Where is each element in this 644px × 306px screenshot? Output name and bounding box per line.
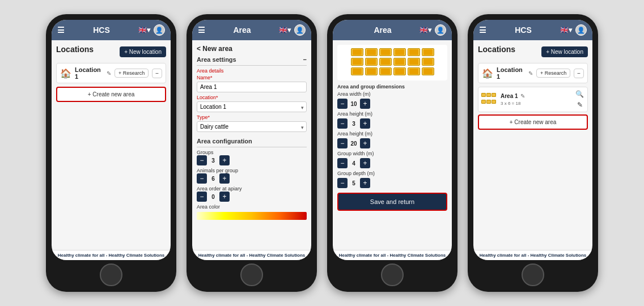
group-width-plus[interactable]: + [360, 158, 370, 168]
home-button-2[interactable] [240, 264, 263, 286]
groups-stepper: − 3 + [197, 155, 307, 165]
area-height2-plus[interactable]: + [360, 138, 370, 148]
grid-cell [351, 67, 363, 75]
user-icon[interactable]: 👤 [154, 24, 165, 36]
order-plus[interactable]: + [219, 192, 230, 202]
groups-value: 3 [209, 158, 217, 164]
top-bar-right: 🇬🇧▾ 👤 [138, 24, 165, 36]
type-select[interactable]: Dairy cattle [197, 121, 307, 132]
area-edit-button[interactable]: ✎ [575, 100, 584, 109]
name-input[interactable] [197, 82, 307, 92]
grid-cell [408, 67, 420, 75]
app-title-3: Area [374, 26, 391, 35]
top-bar-4: ☰ HCS 🇬🇧▾ 👤 [473, 20, 592, 40]
groups-plus[interactable]: + [219, 155, 230, 165]
grid-cell [365, 48, 378, 56]
footer-2: Healthy climate for all - Healthy Climat… [192, 250, 311, 260]
area-sub-info: 3 x 6 = 18 [501, 101, 520, 106]
screen-4: ☰ HCS 🇬🇧▾ 👤 Locations + New location 🏠 L… [473, 20, 592, 260]
group-depth-ctrl: − 5 + [337, 178, 370, 188]
animals-value: 6 [209, 176, 217, 182]
grid-cell [379, 48, 392, 56]
location-select[interactable]: Location 1 [197, 101, 307, 112]
group-depth-minus[interactable]: − [337, 178, 348, 188]
area-width-plus[interactable]: + [360, 99, 370, 109]
grid-cell [393, 58, 406, 66]
group-depth-plus[interactable]: + [360, 178, 370, 188]
area-width-minus[interactable]: − [337, 99, 348, 109]
user-icon-3[interactable]: 👤 [435, 24, 446, 36]
area-edit-icon[interactable]: ✎ [520, 93, 525, 99]
menu-icon-4[interactable]: ☰ [479, 26, 486, 35]
screen-1: ☰ HCS 🇬🇧▾ 👤 Locations + New location 🏠 L… [52, 20, 171, 260]
phone-1: ☰ HCS 🇬🇧▾ 👤 Locations + New location 🏠 L… [46, 14, 176, 292]
page-title: Locations [56, 45, 94, 54]
group-width-minus[interactable]: − [337, 158, 348, 168]
new-location-button-4[interactable]: + New location [541, 46, 588, 57]
area-info: Area 1 ✎ 3 x 6 = 18 [501, 93, 573, 106]
user-icon-2[interactable]: 👤 [294, 24, 306, 36]
back-button[interactable]: < New area [197, 45, 307, 53]
grid-cell [365, 67, 378, 75]
app-title-4: HCS [515, 26, 532, 35]
area-height2-row: Area height (m) [337, 131, 447, 137]
grid-cell [422, 48, 434, 56]
create-area-button[interactable]: + Create new area [56, 87, 166, 102]
grid-row-1 [341, 48, 444, 56]
top-bar-right-4: 🇬🇧▾ 👤 [560, 24, 587, 36]
area-height2-stepper: − 20 + [337, 138, 447, 148]
research-button[interactable]: + Research [115, 69, 149, 78]
top-bar-right-3: 🇬🇧▾ 👤 [420, 24, 446, 36]
type-select-wrapper: Dairy cattle [197, 121, 307, 134]
area-height2-value: 20 [350, 141, 358, 147]
home-button-3[interactable] [381, 264, 404, 286]
area-height1-plus[interactable]: + [360, 118, 370, 129]
animals-stepper-ctrl: − 6 + [197, 173, 230, 184]
area-height2-minus[interactable]: − [337, 138, 348, 148]
area-grid [337, 45, 447, 80]
location-name-4: Location 1 [497, 66, 525, 80]
screen-3: ☰ Area 🇬🇧▾ 👤 [333, 20, 452, 260]
menu-icon[interactable]: ☰ [57, 26, 65, 35]
location-icon-4: 🏠 [482, 68, 493, 79]
location-minus-button-4[interactable]: − [574, 69, 584, 78]
footer-text: Healthy climate for all - [58, 253, 109, 258]
new-location-button[interactable]: + New location [120, 46, 166, 57]
area-height1-ctrl: − 3 + [337, 118, 370, 129]
save-return-button[interactable]: Save and return [337, 193, 447, 211]
area-height1-row: Area height (m) [337, 111, 447, 117]
groups-minus[interactable]: − [197, 155, 207, 165]
phone-3: ☰ Area 🇬🇧▾ 👤 [327, 14, 457, 292]
phone-2: ☰ Area 🇬🇧▾ 👤 < New area Area settings − … [187, 14, 317, 292]
area-height1-minus[interactable]: − [337, 118, 348, 129]
create-area-button-4[interactable]: + Create new area [478, 114, 588, 130]
top-bar-1: ☰ HCS 🇬🇧▾ 👤 [52, 20, 171, 40]
app-title-2: Area [233, 26, 251, 35]
groups-label: Groups [197, 150, 307, 155]
user-icon-4[interactable]: 👤 [575, 24, 587, 36]
animals-plus[interactable]: + [219, 173, 230, 184]
color-bar[interactable] [197, 212, 307, 220]
home-button[interactable] [100, 264, 122, 286]
order-minus[interactable]: − [197, 192, 207, 202]
groups-stepper-ctrl: − 3 + [197, 155, 230, 165]
footer-brand-2: Healthy Climate Solutions [249, 253, 306, 258]
animals-minus[interactable]: − [197, 173, 207, 184]
location-minus-button[interactable]: − [152, 69, 162, 78]
group-depth-stepper: − 5 + [337, 178, 447, 188]
home-button-4[interactable] [522, 264, 544, 286]
area-item: Area 1 ✎ 3 x 6 = 18 🔍 ✎ [478, 87, 588, 112]
area-search-button[interactable]: 🔍 [575, 90, 584, 99]
footer-text-3: Healthy climate for all - [339, 253, 390, 258]
grid-cell [379, 67, 392, 75]
phone-4: ☰ HCS 🇬🇧▾ 👤 Locations + New location 🏠 L… [468, 14, 598, 292]
footer-brand-4: Healthy Climate Solutions [531, 253, 587, 258]
minimize-icon[interactable]: − [303, 56, 307, 63]
menu-icon-2[interactable]: ☰ [198, 26, 205, 35]
location-edit-icon-4[interactable]: ✎ [528, 70, 533, 76]
research-button-4[interactable]: + Research [536, 69, 570, 78]
screen-2: ☰ Area 🇬🇧▾ 👤 < New area Area settings − … [192, 20, 311, 260]
screen-content-3: Area and group dimensions Area width (m)… [333, 40, 452, 250]
location-edit-icon[interactable]: ✎ [107, 70, 111, 76]
location-row: 🏠 Location 1 ✎ + Research − [56, 63, 166, 83]
